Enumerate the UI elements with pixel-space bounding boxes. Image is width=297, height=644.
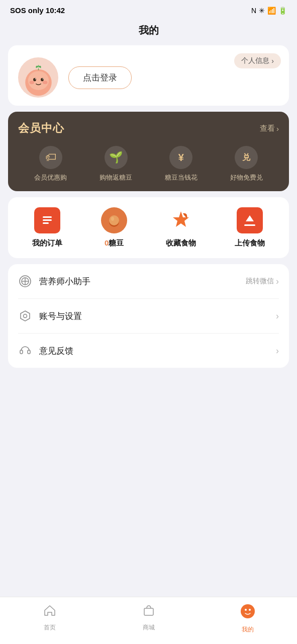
login-button[interactable]: 点击登录 xyxy=(68,66,132,89)
bluetooth-icon: ✳ xyxy=(259,7,265,15)
svg-point-4 xyxy=(35,78,36,79)
status-time: SOS only 10:42 xyxy=(10,6,65,15)
personal-info-button[interactable]: 个人信息 › xyxy=(234,53,281,68)
chevron-right-icon: › xyxy=(276,311,279,321)
account-text: 账号与设置 xyxy=(39,310,276,322)
menu-item-nutritionist[interactable]: 营养师小助手 跳转微信 › xyxy=(18,264,279,299)
svg-point-1 xyxy=(28,71,48,90)
menu-item-feedback[interactable]: 意见反馈 › xyxy=(18,334,279,368)
free-exchange-icon: 兑 xyxy=(235,146,258,169)
member-feature-sugar[interactable]: 🌱 购物返糖豆 xyxy=(100,146,132,182)
sugar-return-icon: 🌱 xyxy=(105,146,128,169)
svg-point-14 xyxy=(111,217,114,221)
menu-list: 营养师小助手 跳转微信 › 账号与设置 › xyxy=(8,264,289,368)
order-icon xyxy=(34,207,60,233)
money-icon: ¥ xyxy=(169,146,192,169)
order-label: 我的订单 xyxy=(32,238,62,248)
svg-point-23 xyxy=(241,604,255,618)
sugar-icon xyxy=(101,207,127,233)
svg-point-3 xyxy=(41,77,44,81)
mine-label: 我的 xyxy=(242,625,254,634)
home-icon xyxy=(43,603,57,621)
signal-icon: 📶 xyxy=(267,7,276,15)
svg-rect-15 xyxy=(244,224,255,226)
quick-action-upload[interactable]: 上传食物 xyxy=(235,207,265,248)
member-feature-free[interactable]: 兑 好物免费兑 xyxy=(230,146,263,182)
upload-label: 上传食物 xyxy=(235,238,265,248)
member-features: 🏷 会员优惠购 🌱 购物返糖豆 ¥ 糖豆当钱花 兑 好物免费兑 xyxy=(18,146,279,182)
avatar xyxy=(18,57,58,98)
svg-point-7 xyxy=(42,80,47,84)
account-icon xyxy=(18,309,32,323)
member-feature-discount[interactable]: 🏷 会员优惠购 xyxy=(34,146,67,182)
member-feature-money[interactable]: ¥ 糖豆当钱花 xyxy=(165,146,197,182)
svg-rect-11 xyxy=(43,222,49,224)
quick-action-collect[interactable]: 收藏食物 xyxy=(166,207,196,248)
avatar-illustration xyxy=(20,59,57,97)
quick-action-sugar[interactable]: 0糖豆 xyxy=(101,207,127,248)
member-title: 会员中心 xyxy=(18,121,64,136)
chevron-right-icon: › xyxy=(271,57,274,65)
quick-actions: 我的订单 0糖豆 收藏食物 xyxy=(8,197,289,258)
account-right: › xyxy=(276,311,279,321)
svg-marker-16 xyxy=(246,215,254,221)
svg-point-24 xyxy=(245,609,247,611)
member-header: 会员中心 查看 › xyxy=(18,121,279,136)
feature-label: 好物免费兑 xyxy=(230,173,263,182)
chevron-right-icon: › xyxy=(276,346,279,356)
svg-point-25 xyxy=(249,609,251,611)
member-card: 会员中心 查看 › 🏷 会员优惠购 🌱 购物返糖豆 ¥ 糖豆当钱花 兑 好物免费… xyxy=(8,112,289,191)
svg-point-13 xyxy=(109,215,119,225)
nav-item-mine[interactable]: 我的 xyxy=(230,603,265,634)
menu-item-account[interactable]: 账号与设置 › xyxy=(18,299,279,334)
discount-icon: 🏷 xyxy=(39,146,62,169)
member-view-button[interactable]: 查看 › xyxy=(260,124,279,133)
svg-rect-9 xyxy=(43,216,52,218)
chevron-right-icon: › xyxy=(276,124,279,133)
svg-point-2 xyxy=(33,77,36,81)
svg-point-5 xyxy=(42,78,43,79)
nutritionist-icon xyxy=(18,274,32,288)
chevron-right-icon: › xyxy=(276,276,279,287)
sugar-label: 0糖豆 xyxy=(105,238,124,248)
svg-rect-10 xyxy=(43,219,52,221)
wechat-jump-text: 跳转微信 xyxy=(246,277,274,286)
svg-rect-20 xyxy=(20,350,23,354)
feedback-icon xyxy=(18,344,32,358)
bottom-nav: 首页 商城 我的 xyxy=(0,597,297,644)
nav-item-home[interactable]: 首页 xyxy=(32,603,67,634)
main-content: 个人信息 › xyxy=(0,45,297,419)
collect-label: 收藏食物 xyxy=(166,238,196,248)
quick-action-order[interactable]: 我的订单 xyxy=(32,207,62,248)
nfc-icon: N xyxy=(251,7,256,15)
collect-icon xyxy=(168,207,194,233)
svg-point-6 xyxy=(29,80,34,84)
status-icons: N ✳ 📶 🔋 xyxy=(251,7,287,15)
profile-section: 个人信息 › xyxy=(8,45,289,106)
mine-icon xyxy=(240,603,256,623)
nutritionist-text: 营养师小助手 xyxy=(39,276,246,287)
upload-icon xyxy=(237,207,263,233)
svg-point-19 xyxy=(24,314,27,318)
svg-rect-21 xyxy=(28,350,30,354)
page-title: 我的 xyxy=(0,19,297,45)
status-bar: SOS only 10:42 N ✳ 📶 🔋 xyxy=(0,0,297,19)
svg-rect-22 xyxy=(144,608,153,615)
feedback-text: 意见反馈 xyxy=(39,345,276,357)
wifi-icon: 🔋 xyxy=(278,7,287,15)
home-label: 首页 xyxy=(44,623,56,632)
nutritionist-right: 跳转微信 › xyxy=(246,276,279,287)
shop-icon xyxy=(142,603,156,621)
feature-label: 糖豆当钱花 xyxy=(165,173,197,182)
nav-item-shop[interactable]: 商城 xyxy=(131,603,166,634)
feature-label: 会员优惠购 xyxy=(34,173,67,182)
feedback-right: › xyxy=(276,346,279,356)
shop-label: 商城 xyxy=(143,623,155,632)
feature-label: 购物返糖豆 xyxy=(100,173,132,182)
